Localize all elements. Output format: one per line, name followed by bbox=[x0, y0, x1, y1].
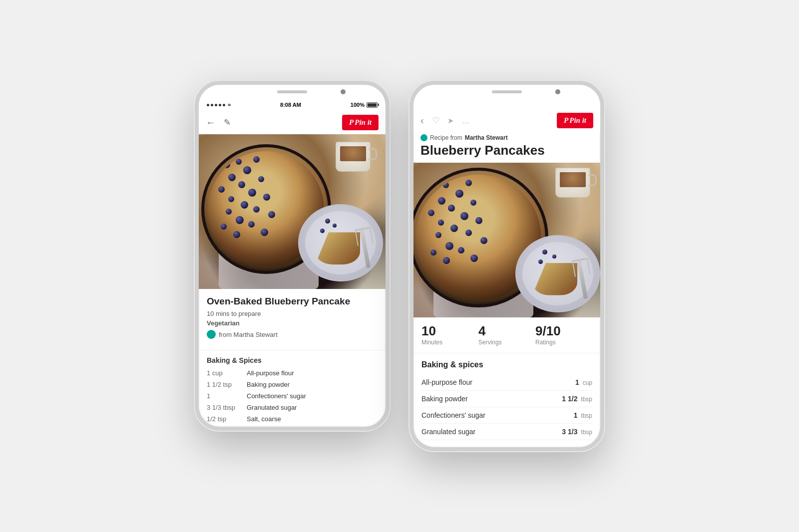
blueberry bbox=[465, 180, 472, 186]
ingredients-title-1: Baking & Spices bbox=[207, 356, 378, 364]
more-icon[interactable]: … bbox=[462, 116, 470, 125]
clock: 8:08 AM bbox=[280, 102, 301, 108]
blueberry bbox=[263, 194, 270, 201]
stat-ratings-value: 9/10 bbox=[535, 324, 592, 337]
blueberry bbox=[268, 211, 275, 218]
recipe-stats: 10 Minutes 4 Servings 9/10 Ratings bbox=[413, 317, 600, 353]
ingredients-list-1: 1 cup All-purpose flour 1 1/2 tsp Baking… bbox=[207, 369, 378, 423]
pin-it-button-1[interactable]: PPin it bbox=[342, 115, 379, 130]
ingredient-amount-2: 1 cup bbox=[575, 378, 592, 386]
recipe-image-2 bbox=[413, 163, 600, 317]
blueberry bbox=[443, 257, 450, 264]
ingredient-name: Confectioners' sugar bbox=[247, 392, 306, 400]
ingredient-row: All-purpose flour 1 cup bbox=[421, 374, 592, 391]
diet-label: Vegetarian bbox=[207, 319, 240, 327]
amount-unit: tbsp bbox=[581, 429, 592, 436]
recipe-meta-diet: Vegetarian bbox=[207, 319, 378, 327]
amount-unit: cup bbox=[583, 379, 592, 386]
ingredient-amount: 1 bbox=[207, 392, 247, 400]
blueberry bbox=[460, 212, 468, 220]
ingredient-row: 1 Confectioners' sugar bbox=[207, 392, 378, 400]
heart-icon[interactable]: ♡ bbox=[432, 115, 439, 126]
stat-minutes-label: Minutes bbox=[421, 339, 478, 346]
ingredient-row: 1 cup All-purpose flour bbox=[207, 369, 378, 377]
blueberry bbox=[241, 201, 248, 209]
stat-servings-label: Servings bbox=[478, 339, 535, 346]
blueberry bbox=[428, 210, 434, 216]
battery-fill bbox=[368, 103, 377, 107]
blueberry bbox=[465, 230, 472, 236]
blueberry bbox=[243, 166, 251, 174]
amount-num: 1 bbox=[575, 378, 579, 386]
front-camera-2 bbox=[555, 89, 560, 94]
blueberry bbox=[236, 216, 244, 224]
nav-left-2: ‹ ♡ ➤ … bbox=[420, 115, 470, 126]
speaker-1 bbox=[277, 90, 307, 93]
stat-minutes-value: 10 bbox=[421, 324, 478, 337]
share-icon[interactable]: ➤ bbox=[447, 116, 454, 125]
pin-it-p-2: P bbox=[564, 116, 568, 125]
blueberry bbox=[458, 247, 464, 254]
blueberry bbox=[552, 255, 556, 259]
source-logo-dot bbox=[207, 330, 216, 339]
cup-coffee-2 bbox=[560, 172, 586, 187]
blueberry bbox=[261, 229, 268, 236]
back-icon[interactable]: ← bbox=[206, 117, 216, 128]
blueberry bbox=[333, 224, 337, 228]
phone-2: ‹ ♡ ➤ … PPin it Recipe from Martha Stewa… bbox=[409, 81, 604, 451]
blueberry bbox=[430, 185, 437, 192]
cup-coffee bbox=[340, 146, 366, 161]
ingredient-amount: 3 1/3 tbsp bbox=[207, 404, 247, 411]
blueberry bbox=[238, 181, 245, 188]
stat-ratings: 9/10 Ratings bbox=[535, 324, 592, 346]
blueberry bbox=[435, 232, 441, 238]
coffee-cup bbox=[336, 142, 376, 177]
blueberry bbox=[320, 229, 325, 233]
source-dot-2 bbox=[420, 134, 427, 141]
ingredient-row: 1/2 tsp Salt, coarse bbox=[207, 415, 378, 423]
ingredients-title-2: Baking & spices bbox=[421, 360, 592, 369]
recipe-source-1: from Martha Stewart bbox=[207, 330, 378, 339]
edit-icon[interactable]: ✎ bbox=[224, 117, 231, 128]
ingredient-amount-2: 3 1/3 tbsp bbox=[562, 428, 592, 436]
plate-2 bbox=[515, 235, 600, 312]
blueberry bbox=[325, 219, 330, 224]
pin-it-label-2: Pin it bbox=[569, 116, 586, 125]
front-camera-1 bbox=[341, 89, 346, 94]
pin-it-button-2[interactable]: PPin it bbox=[557, 113, 593, 128]
ingredient-row: Baking powder 1 1/2 tbsp bbox=[421, 391, 592, 407]
amount-num: 3 1/3 bbox=[562, 428, 577, 436]
nav-bar-2: ‹ ♡ ➤ … PPin it bbox=[413, 109, 600, 132]
pancake-slice-2 bbox=[532, 263, 577, 295]
phone2-header: Recipe from Martha Stewart Blueberry Pan… bbox=[413, 132, 600, 162]
recipe-info-1: Oven-Baked Blueberry Pancake 10 mins to … bbox=[199, 289, 386, 344]
ingredient-row: 3 1/3 tbsp Granulated sugar bbox=[207, 404, 378, 411]
ingredient-amount: 1 cup bbox=[207, 369, 247, 377]
back-icon-2[interactable]: ‹ bbox=[420, 115, 424, 126]
blueberry bbox=[248, 189, 256, 197]
ingredient-name: All-purpose flour bbox=[247, 369, 294, 377]
battery-percent: 100% bbox=[351, 102, 365, 108]
phone-1: ≈ 8:08 AM 100% ← ✎ PPin it bbox=[195, 81, 390, 431]
ingredients-list-2: All-purpose flour 1 cup Baking powder 1 … bbox=[421, 374, 592, 440]
status-bar-2 bbox=[413, 99, 600, 109]
blueberry bbox=[258, 176, 264, 182]
from-text: Recipe from bbox=[430, 134, 462, 141]
blueberry bbox=[480, 237, 487, 244]
blueberry bbox=[248, 221, 255, 228]
blueberry bbox=[542, 250, 547, 255]
plate bbox=[298, 204, 383, 281]
pancake-slice bbox=[315, 232, 360, 265]
ingredient-name: Salt, coarse bbox=[247, 415, 281, 423]
blueberry bbox=[233, 231, 240, 238]
blueberry bbox=[236, 159, 242, 165]
recipe-image-1 bbox=[199, 134, 386, 289]
cup-handle-2 bbox=[589, 174, 597, 186]
battery-area: 100% bbox=[351, 102, 378, 108]
blueberry bbox=[455, 190, 463, 198]
blueberry bbox=[253, 156, 260, 163]
signal-dot bbox=[223, 104, 225, 106]
blueberry bbox=[430, 250, 436, 256]
blueberry bbox=[538, 260, 543, 264]
phone-top-1 bbox=[199, 85, 386, 99]
